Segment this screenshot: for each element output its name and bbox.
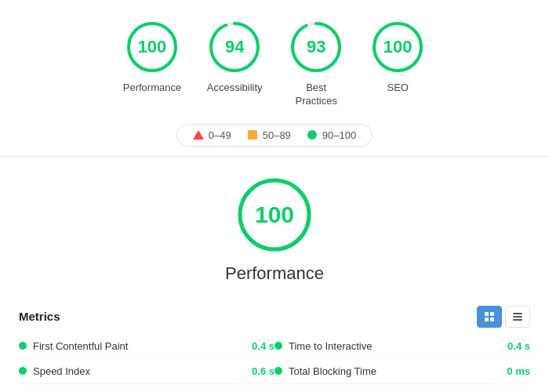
metric-dot-tti [274, 342, 282, 350]
metrics-header: Metrics [19, 306, 530, 328]
svg-rect-11 [490, 312, 494, 316]
score-value-seo: 100 [384, 37, 413, 57]
score-circle-seo: 100 [369, 19, 426, 75]
view-list-button[interactable] [505, 306, 530, 328]
metric-dot-si [19, 367, 27, 375]
metric-lcp: Largest Contentful Paint 0.5 s [19, 384, 274, 392]
score-label-accessibility: Accessibility [207, 82, 263, 95]
svg-rect-13 [490, 318, 494, 321]
metric-name-si: Speed Index [33, 365, 239, 377]
legend-low-label: 0–49 [209, 129, 231, 141]
svg-rect-15 [513, 316, 522, 318]
square-icon [247, 129, 258, 140]
score-value-performance: 100 [138, 37, 167, 57]
metric-value-fcp: 0.4 s [252, 340, 274, 352]
metrics-grid: First Contentful Paint 0.4 s Speed Index… [19, 334, 530, 392]
metric-value-tbt: 0 ms [507, 365, 530, 377]
score-performance: 100 Performance [123, 19, 181, 95]
view-toggle [477, 306, 530, 328]
metrics-title: Metrics [19, 310, 60, 323]
svg-rect-14 [513, 313, 522, 314]
score-circle-accessibility: 94 [206, 19, 263, 75]
score-value-best-practices: 93 [307, 37, 325, 57]
svg-rect-10 [485, 312, 489, 316]
circle-icon [307, 129, 318, 140]
legend-mid-label: 50–89 [263, 129, 291, 141]
legend-high-label: 90–100 [322, 129, 356, 141]
legend-low: 0–49 [193, 129, 231, 141]
metric-dot-fcp [19, 342, 27, 350]
legend-mid: 50–89 [247, 129, 291, 141]
metric-dot-tbt [274, 367, 282, 375]
score-best-practices: 93 BestPractices [288, 19, 344, 108]
score-circle-best-practices: 93 [288, 19, 344, 75]
legend-high: 90–100 [307, 129, 356, 141]
metric-fcp: First Contentful Paint 0.4 s [19, 334, 274, 359]
metric-tbt: Total Blocking Time 0 ms [274, 359, 530, 384]
legend: 0–49 50–89 90–100 [0, 124, 549, 147]
main-score-value: 100 [255, 201, 294, 228]
metric-si: Speed Index 0.6 s [19, 359, 274, 384]
metric-name-fcp: First Contentful Paint [33, 340, 239, 352]
svg-rect-12 [485, 318, 489, 321]
metric-tti: Time to Interactive 0.4 s [274, 334, 530, 359]
score-accessibility: 94 Accessibility [206, 19, 263, 95]
score-label-best-practices: BestPractices [295, 82, 336, 108]
metric-cls: Cumulative Layout Shift 0.015 [274, 384, 530, 392]
metrics-left-col: First Contentful Paint 0.4 s Speed Index… [19, 334, 274, 392]
main-score-section: 100 Performance [0, 157, 549, 299]
metric-value-si: 0.6 s [252, 365, 274, 377]
metrics-right-col: Time to Interactive 0.4 s Total Blocking… [274, 334, 530, 392]
score-seo: 100 SEO [369, 19, 426, 95]
score-label-performance: Performance [123, 82, 181, 95]
metric-name-tti: Time to Interactive [289, 340, 495, 352]
top-scores-section: 100 Performance 94 Accessibility 93 Best… [0, 0, 549, 121]
score-value-accessibility: 94 [225, 37, 244, 57]
legend-inner: 0–49 50–89 90–100 [176, 124, 373, 147]
view-grid-button[interactable] [477, 306, 502, 328]
main-score-label: Performance [225, 263, 324, 284]
metrics-section: Metrics [0, 299, 549, 392]
main-score-circle: 100 [235, 176, 314, 254]
metric-name-tbt: Total Blocking Time [289, 365, 494, 377]
metric-value-tti: 0.4 s [507, 340, 530, 352]
svg-rect-16 [513, 319, 522, 321]
score-circle-performance: 100 [124, 19, 180, 75]
triangle-icon [193, 129, 204, 140]
score-label-seo: SEO [387, 82, 408, 95]
